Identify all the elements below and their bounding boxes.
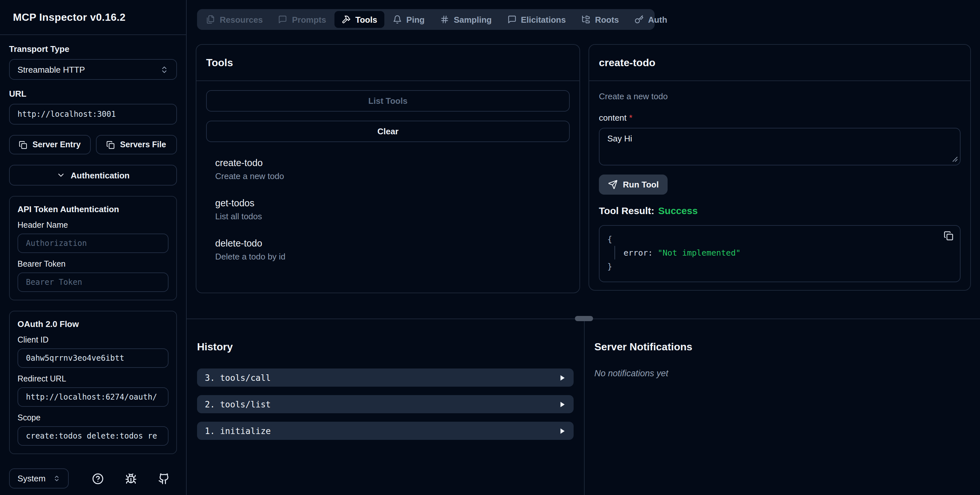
chevrons-up-down-icon [160, 65, 169, 73]
content-field-input[interactable]: Say Hi [599, 128, 961, 165]
tab-ping[interactable]: Ping [386, 11, 432, 28]
chevrons-up-down-icon [53, 475, 60, 482]
tool-name: get-todos [215, 198, 561, 208]
redirect-url-label: Redirect URL [18, 374, 169, 383]
history-item[interactable]: 3. tools/call [197, 369, 574, 386]
top-pane: Resources Prompts Tools Ping Sampling [187, 0, 980, 319]
tool-description: Create a new todo [215, 171, 561, 181]
tool-list-item[interactable]: delete-todo Delete a todo by id [215, 238, 561, 262]
tab-resources[interactable]: Resources [199, 11, 270, 28]
server-notifications-panel: Server Notifications No notifications ye… [584, 319, 980, 495]
transport-type-label: Transport Type [9, 44, 177, 54]
github-button[interactable] [158, 473, 170, 484]
run-tool-label: Run Tool [623, 180, 659, 190]
tab-tools[interactable]: Tools [334, 11, 384, 28]
tab-label: Roots [595, 14, 619, 24]
tools-panel-body: List Tools Clear create-todo Create a ne… [196, 81, 579, 287]
tool-name: create-todo [215, 158, 561, 168]
redirect-url-input[interactable] [18, 387, 169, 407]
tool-detail-description: Create a new todo [599, 91, 961, 101]
servers-file-label: Servers File [120, 140, 166, 149]
json-result-viewer: { error: "Not implemented" } [599, 225, 961, 282]
message-square-icon [507, 15, 516, 24]
list-tools-button[interactable]: List Tools [206, 90, 570, 112]
bottom-pane: History 3. tools/call 2. tools/list 1. i… [187, 319, 980, 495]
report-bug-button[interactable] [125, 473, 137, 484]
sidebar-footer: System [0, 468, 186, 495]
tab-elicitations[interactable]: Elicitations [500, 11, 573, 28]
chevron-down-icon [56, 171, 65, 180]
client-id-input[interactable] [18, 348, 169, 368]
servers-file-button[interactable]: Servers File [95, 135, 177, 155]
server-entry-button[interactable]: Server Entry [9, 135, 91, 155]
tab-sampling[interactable]: Sampling [433, 11, 499, 28]
tab-auth[interactable]: Auth [627, 11, 675, 28]
expand-play-icon [559, 427, 566, 434]
content-field-wrap: Say Hi [599, 128, 961, 165]
bug-icon [125, 473, 137, 484]
transport-type-value: Streamable HTTP [18, 65, 85, 74]
tab-prompts[interactable]: Prompts [271, 11, 333, 28]
main-area: Resources Prompts Tools Ping Sampling [187, 0, 980, 495]
history-item-label: 3. tools/call [205, 373, 271, 382]
message-square-icon [278, 15, 288, 24]
tool-list-item[interactable]: create-todo Create a new todo [215, 158, 561, 181]
copy-icon [107, 141, 115, 149]
history-item-label: 1. initialize [205, 426, 271, 436]
transport-type-select[interactable]: Streamable HTTP [9, 59, 177, 80]
tool-description: Delete a todo by id [215, 252, 561, 262]
tool-list-item[interactable]: get-todos List all todos [215, 198, 561, 221]
authentication-toggle[interactable]: Authentication [9, 165, 177, 185]
json-close-brace: } [607, 260, 952, 273]
required-asterisk: * [629, 113, 632, 123]
field-label-text: content [599, 113, 627, 123]
tab-roots[interactable]: Roots [574, 11, 626, 28]
key-icon [635, 15, 644, 24]
tool-detail-title: create-todo [589, 45, 970, 81]
clear-tools-button[interactable]: Clear [206, 121, 570, 142]
help-button[interactable] [92, 473, 104, 484]
tool-result-status: Success [658, 205, 698, 216]
tab-label: Elicitations [521, 14, 566, 24]
tab-label: Auth [648, 14, 667, 24]
server-entry-label: Server Entry [32, 140, 81, 149]
json-property-row[interactable]: error: "Not implemented" [614, 246, 952, 260]
panels-row: Tools List Tools Clear create-todo Creat… [187, 30, 980, 293]
history-panel: History 3. tools/call 2. tools/list 1. i… [187, 319, 584, 495]
help-circle-icon [92, 473, 104, 484]
files-icon [206, 15, 215, 24]
content-field-label: content * [599, 113, 961, 123]
bearer-token-label: Bearer Token [18, 260, 169, 268]
api-token-section: API Token Authentication Header Name Bea… [9, 196, 177, 300]
header-name-input[interactable] [18, 233, 169, 253]
tool-result-line: Tool Result:Success [599, 205, 961, 216]
pane-resize-handle[interactable] [575, 316, 593, 321]
tool-detail-body: Create a new todo content * Say Hi Run T… [589, 81, 970, 291]
api-token-title: API Token Authentication [18, 204, 169, 214]
theme-select[interactable]: System [9, 468, 69, 489]
scope-label: Scope [18, 413, 169, 422]
url-label: URL [9, 89, 177, 99]
url-input[interactable] [9, 104, 177, 125]
json-open-brace: { [607, 232, 952, 246]
tab-label: Sampling [454, 14, 492, 24]
history-item[interactable]: 2. tools/list [197, 395, 574, 413]
history-item-label: 2. tools/list [205, 399, 271, 409]
hammer-icon [342, 15, 351, 24]
authentication-toggle-label: Authentication [71, 170, 130, 180]
history-list: 3. tools/call 2. tools/list 1. initializ… [197, 369, 574, 440]
scope-input[interactable] [18, 426, 169, 446]
json-value: "Not implemented" [657, 248, 740, 257]
tab-label: Tools [355, 14, 377, 24]
send-icon [608, 180, 618, 190]
history-item[interactable]: 1. initialize [197, 422, 574, 440]
copy-result-button[interactable] [944, 231, 953, 241]
tools-panel: Tools List Tools Clear create-todo Creat… [196, 44, 580, 293]
run-tool-button[interactable]: Run Tool [599, 174, 668, 195]
tab-label: Prompts [292, 14, 326, 24]
footer-icons [92, 473, 170, 484]
tab-label: Ping [406, 14, 425, 24]
bearer-token-input[interactable] [18, 273, 169, 292]
tool-name: delete-todo [215, 238, 561, 249]
json-key: error: [624, 248, 653, 257]
